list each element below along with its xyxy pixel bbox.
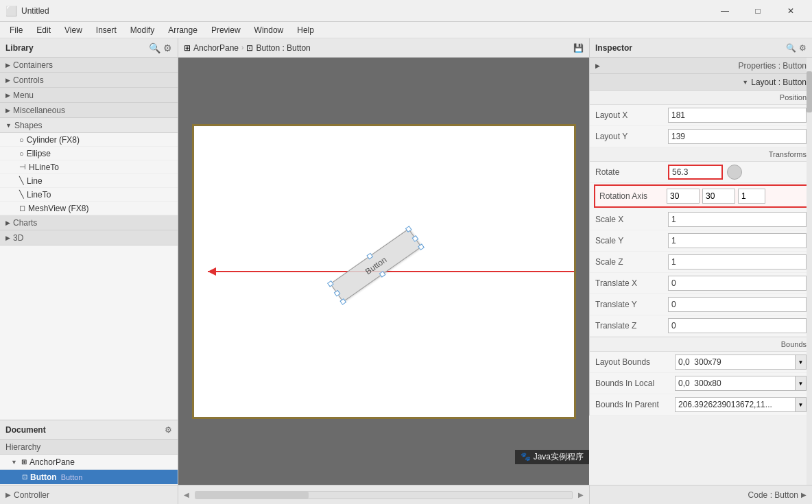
bottom-right-arrow[interactable]: ▶: [801, 491, 807, 499]
scrollbar-track[interactable]: [195, 491, 573, 499]
list-item[interactable]: ╲ LineTo: [0, 188, 178, 202]
properties-tab[interactable]: ▶ Properties : Button: [590, 58, 812, 74]
handle-tc[interactable]: [367, 253, 374, 260]
section-3d[interactable]: ▶ 3D: [0, 230, 178, 245]
translate-z-input[interactable]: [668, 318, 807, 333]
library-search-icon[interactable]: 🔍: [149, 43, 160, 53]
layout-bounds-input[interactable]: [676, 355, 795, 369]
menu-window[interactable]: Window: [248, 24, 291, 36]
rotation-axis-z-input[interactable]: [738, 189, 765, 204]
section-controls[interactable]: ▶ Controls: [0, 73, 178, 88]
rotation-axis-y-input[interactable]: [702, 189, 735, 204]
minimize-button[interactable]: —: [709, 0, 741, 22]
inspector-search-icon[interactable]: 🔍: [786, 43, 796, 53]
section-miscellaneous[interactable]: ▶ Miscellaneous: [0, 103, 178, 118]
layout-x-input[interactable]: [668, 108, 807, 123]
menu-file[interactable]: File: [3, 24, 29, 36]
handle-ml[interactable]: [334, 289, 341, 296]
layout-arrow: ▼: [742, 79, 748, 86]
charts-arrow: ▶: [5, 219, 10, 226]
layout-y-input[interactable]: [668, 129, 807, 144]
list-item[interactable]: ○ Ellipse: [0, 147, 178, 160]
translate-y-input[interactable]: [668, 297, 807, 312]
layout-x-row: Layout X: [590, 105, 812, 126]
inspector-settings-icon[interactable]: ⚙: [799, 43, 807, 53]
list-item[interactable]: ╲ Line: [0, 174, 178, 188]
handle-tr[interactable]: [405, 226, 412, 232]
handle-br[interactable]: [418, 243, 425, 250]
list-item[interactable]: ◻ MeshView (FX8): [0, 202, 178, 215]
scale-z-label: Scale Z: [595, 257, 664, 267]
window-controls: — □ ✕: [709, 0, 807, 22]
library-settings-icon[interactable]: ⚙: [163, 43, 172, 53]
shapes-label: Shapes: [14, 121, 43, 130]
handle-mr[interactable]: [412, 235, 419, 242]
hierarchy-anchorpane[interactable]: ▼ ⊞ AnchorPane: [0, 455, 178, 470]
menu-help[interactable]: Help: [290, 24, 321, 36]
translate-x-input[interactable]: [668, 276, 807, 291]
menu-preview[interactable]: Preview: [204, 24, 248, 36]
properties-arrow: ▶: [595, 62, 600, 69]
layout-bounds-dropdown[interactable]: ▼: [795, 355, 806, 369]
containers-arrow: ▶: [5, 62, 10, 69]
section-menu[interactable]: ▶ Menu: [0, 88, 178, 103]
bounds-in-parent-label: Bounds In Parent: [595, 400, 671, 409]
hlineto-label: HLineTo: [29, 163, 59, 172]
scale-y-input[interactable]: [668, 233, 807, 248]
translate-y-label: Translate Y: [595, 300, 664, 309]
save-icon[interactable]: 💾: [573, 43, 584, 53]
canvas-area: Button: [192, 124, 576, 419]
bottom-left-arrow[interactable]: ▶: [5, 491, 11, 499]
rotate-input[interactable]: [668, 165, 723, 180]
close-button[interactable]: ✕: [775, 0, 807, 22]
list-item[interactable]: ○ Cylinder (FX8): [0, 133, 178, 147]
section-shapes[interactable]: ▼ Shapes: [0, 118, 178, 133]
inspector-scrollbar-thumb[interactable]: [807, 71, 812, 112]
layout-bounds-label: Layout Bounds: [595, 357, 671, 367]
breadcrumb-button[interactable]: Button : Button: [256, 43, 310, 53]
bottom-right: Code : Button ▶: [589, 485, 812, 504]
menu-insert[interactable]: Insert: [89, 24, 123, 36]
scroll-right-icon[interactable]: ▶: [578, 491, 584, 499]
rotation-axis-x-input[interactable]: [667, 189, 700, 204]
canvas-button[interactable]: Button: [331, 228, 422, 302]
bottom-center: ◀ ▶: [178, 485, 589, 504]
bounds-in-local-dropdown[interactable]: ▼: [795, 376, 806, 390]
list-item[interactable]: ⊣ HLineTo: [0, 160, 178, 174]
section-containers[interactable]: ▶ Containers: [0, 58, 178, 73]
menu-label: Menu: [13, 91, 34, 100]
library-header: Library 🔍 ⚙: [0, 38, 178, 58]
layout-tab[interactable]: ▼ Layout : Button: [590, 74, 812, 91]
document-settings-icon[interactable]: ⚙: [165, 425, 172, 435]
handle-tl[interactable]: [327, 280, 334, 287]
bounds-section-title: Bounds: [590, 337, 812, 352]
menu-arrange[interactable]: Arrange: [161, 24, 204, 36]
menu-edit[interactable]: Edit: [29, 24, 58, 36]
watermark: 🐾 Java实例程序: [515, 450, 589, 464]
section-charts[interactable]: ▶ Charts: [0, 215, 178, 230]
bounds-in-local-input[interactable]: [676, 376, 795, 390]
line-icon: ╲: [19, 176, 24, 185]
bounds-in-parent-dropdown[interactable]: ▼: [795, 398, 806, 411]
menu-modify[interactable]: Modify: [123, 24, 161, 36]
button-label: Button: [30, 472, 57, 482]
handle-bc[interactable]: [379, 271, 386, 278]
handle-bl[interactable]: [340, 298, 347, 305]
bounds-in-local-input-wrapper: ▼: [675, 376, 807, 391]
scale-x-input[interactable]: [668, 212, 807, 227]
rotate-toggle[interactable]: [727, 165, 742, 180]
layout-y-row: Layout Y: [590, 126, 812, 147]
code-label: Code : Button: [748, 490, 798, 500]
line-label: Line: [27, 176, 43, 186]
hierarchy-button[interactable]: ⊡ Button Button: [0, 470, 178, 485]
ellipse-icon: ○: [19, 149, 24, 158]
scroll-left-icon[interactable]: ◀: [184, 491, 189, 499]
breadcrumb-anchorpane[interactable]: AnchorPane: [193, 43, 239, 53]
bounds-in-parent-input[interactable]: [676, 398, 795, 411]
maximize-button[interactable]: □: [742, 0, 774, 22]
inspector-scrollbar[interactable]: [807, 58, 812, 485]
center-area: ⊞ AnchorPane › ⊡ Button : Button 💾: [178, 38, 589, 485]
library-title: Library: [5, 43, 34, 53]
scale-z-input[interactable]: [668, 254, 807, 269]
menu-view[interactable]: View: [58, 24, 89, 36]
